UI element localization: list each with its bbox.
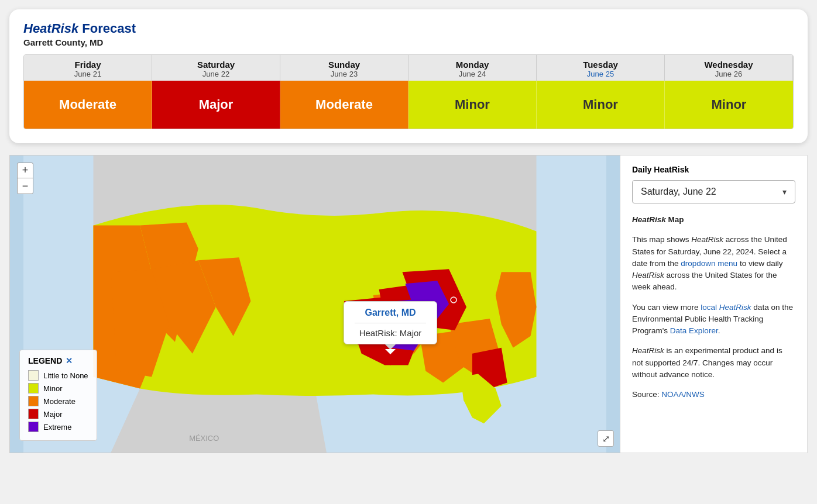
svg-text:MÉXICO: MÉXICO bbox=[189, 434, 219, 443]
tooltip-title: Garrett, MD bbox=[355, 308, 426, 318]
tooltip-arrow-inner bbox=[385, 349, 396, 354]
zoom-in-button[interactable]: + bbox=[18, 163, 33, 178]
legend-item-moderate: Moderate bbox=[28, 396, 88, 406]
days-grid: Friday June 21 Saturday June 22 Sunday J… bbox=[23, 54, 794, 129]
risk-cell-friday[interactable]: Moderate bbox=[24, 81, 152, 129]
dropdown-value: Saturday, June 22 bbox=[641, 187, 716, 197]
legend-item-none: Little to None bbox=[28, 370, 88, 381]
risk-cell-sunday[interactable]: Moderate bbox=[280, 81, 408, 129]
legend-label-minor: Minor bbox=[43, 384, 63, 393]
forecast-card: HeatRisk Forecast Garrett County, MD Fri… bbox=[9, 9, 808, 143]
map-expand-button[interactable]: ⤢ bbox=[598, 430, 614, 447]
day-date-tuesday: June 25 bbox=[539, 70, 662, 78]
heatrisk-map-label-bold: HeatRisk Map bbox=[632, 215, 684, 224]
day-date-friday: June 21 bbox=[26, 70, 149, 78]
sidebar-body: HeatRisk Map This map shows HeatRisk acr… bbox=[632, 214, 795, 401]
day-name-sunday: Sunday bbox=[283, 60, 406, 70]
day-date-monday: June 24 bbox=[411, 70, 534, 78]
us-map-svg: UNITED STATES MÉXICO bbox=[10, 156, 620, 453]
forecast-title-italic: HeatRisk bbox=[23, 21, 78, 36]
map-description-header: HeatRisk Map bbox=[632, 214, 795, 226]
risk-cell-monday[interactable]: Minor bbox=[408, 81, 537, 129]
forecast-title: HeatRisk Forecast bbox=[23, 21, 794, 36]
map-controls: + − bbox=[17, 163, 33, 194]
noaa-nws-link[interactable]: NOAA/NWS bbox=[661, 390, 705, 399]
date-dropdown[interactable]: Saturday, June 22 ▾ bbox=[632, 180, 795, 203]
day-header-wednesday: Wednesday June 26 bbox=[665, 55, 793, 81]
map-tooltip: Garrett, MD HeatRisk: Major bbox=[344, 301, 437, 344]
tooltip-arrow bbox=[385, 344, 396, 350]
day-header-tuesday: Tuesday June 25 bbox=[537, 55, 665, 81]
day-name-friday: Friday bbox=[26, 60, 149, 70]
legend-title: LEGEND bbox=[28, 356, 62, 365]
legend-swatch-major bbox=[28, 409, 39, 419]
chevron-down-icon: ▾ bbox=[782, 187, 787, 196]
sidebar: Daily HeatRisk Saturday, June 22 ▾ HeatR… bbox=[620, 155, 808, 453]
legend-swatch-extreme bbox=[28, 422, 39, 432]
day-name-saturday: Saturday bbox=[155, 60, 277, 70]
day-name-wednesday: Wednesday bbox=[667, 60, 790, 70]
legend-swatch-moderate bbox=[28, 396, 39, 406]
legend-item-extreme: Extreme bbox=[28, 422, 88, 432]
sidebar-section-title: Daily HeatRisk bbox=[632, 165, 795, 174]
data-explorer-link[interactable]: Data Explorer bbox=[670, 326, 718, 335]
risk-cell-saturday[interactable]: Major bbox=[152, 81, 280, 129]
svg-point-4 bbox=[451, 297, 456, 303]
forecast-location: Garrett County, MD bbox=[23, 37, 794, 47]
day-name-tuesday: Tuesday bbox=[539, 60, 662, 70]
day-header-monday: Monday June 24 bbox=[408, 55, 537, 81]
map-area[interactable]: + − UNITED STATES MÉXICO bbox=[9, 155, 620, 453]
expand-icon: ⤢ bbox=[602, 433, 610, 444]
legend-close-button[interactable]: ✕ bbox=[66, 356, 73, 365]
legend-label-extreme: Extreme bbox=[43, 423, 71, 431]
day-date-saturday: June 22 bbox=[155, 70, 277, 78]
legend-label-moderate: Moderate bbox=[43, 397, 75, 406]
legend-item-major: Major bbox=[28, 409, 88, 419]
source-line: Source: NOAA/NWS bbox=[632, 389, 795, 401]
local-heatrisk-link[interactable]: local HeatRisk bbox=[701, 303, 751, 312]
tooltip-value: HeatRisk: Major bbox=[355, 328, 426, 338]
map-description-3: HeatRisk is an experimental product and … bbox=[632, 345, 795, 381]
forecast-title-rest: Forecast bbox=[78, 21, 136, 36]
day-date-wednesday: June 26 bbox=[667, 70, 790, 78]
legend-title-row: LEGEND ✕ bbox=[28, 356, 88, 365]
day-header-sunday: Sunday June 23 bbox=[280, 55, 408, 81]
legend-swatch-none bbox=[28, 370, 39, 381]
main-content: + − UNITED STATES MÉXICO bbox=[9, 155, 808, 453]
legend-item-minor: Minor bbox=[28, 383, 88, 393]
risk-cell-wednesday[interactable]: Minor bbox=[665, 81, 793, 129]
map-description-1: This map shows HeatRisk across the Unite… bbox=[632, 234, 795, 293]
day-header-friday: Friday June 21 bbox=[24, 55, 152, 81]
day-name-monday: Monday bbox=[411, 60, 534, 70]
dropdown-link[interactable]: dropdown menu bbox=[681, 259, 737, 268]
day-date-sunday: June 23 bbox=[283, 70, 406, 78]
day-header-saturday: Saturday June 22 bbox=[152, 55, 280, 81]
tooltip-divider bbox=[355, 323, 426, 323]
legend-swatch-minor bbox=[28, 383, 39, 393]
zoom-out-button[interactable]: − bbox=[18, 178, 33, 194]
map-description-2: You can view more local HeatRisk data on… bbox=[632, 302, 795, 337]
legend-label-major: Major bbox=[43, 410, 63, 419]
legend-box: LEGEND ✕ Little to None Minor Moderate M… bbox=[19, 350, 97, 441]
risk-cell-tuesday[interactable]: Minor bbox=[537, 81, 665, 129]
legend-label-none: Little to None bbox=[43, 371, 88, 380]
